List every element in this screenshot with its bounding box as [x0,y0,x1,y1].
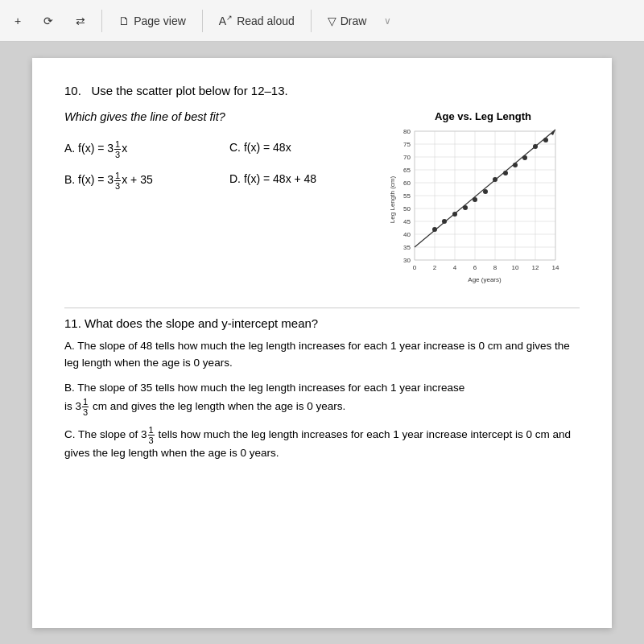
svg-point-51 [513,163,518,167]
q10-number: 10. [64,84,81,97]
q10-title: 10. Use the scatter plot below for 12–13… [64,82,580,99]
svg-text:30: 30 [403,257,411,264]
svg-point-49 [493,177,497,182]
chart-title: Age vs. Leg Length [386,110,580,122]
option-a: A. f(x) = 313x [64,139,205,159]
chart-container: Age vs. Leg Length [386,110,580,288]
back-button[interactable]: ⟳ [37,11,60,31]
q11-c-line1: C. The slope of 3 [64,428,147,440]
option-b: B. f(x) = 313x + 35 [64,171,205,191]
options-grid: A. f(x) = 313x C. f(x) = 48x B. f(x) = 3… [64,139,370,191]
toggle-icon: ⇄ [76,14,85,27]
svg-text:4: 4 [453,264,457,271]
svg-text:80: 80 [403,128,411,135]
svg-text:45: 45 [403,218,411,225]
option-a-text: A. f(x) = 313x [64,142,127,155]
svg-text:35: 35 [403,244,411,251]
question-10: 10. Use the scatter plot below for 12–13… [64,82,580,288]
svg-point-53 [533,144,538,149]
svg-text:0: 0 [413,264,417,271]
document-container: 10. Use the scatter plot below for 12–13… [0,42,644,644]
read-aloud-label: Read aloud [237,14,295,27]
svg-text:65: 65 [403,167,411,174]
draw-button[interactable]: ▽ Draw [321,11,374,31]
svg-text:70: 70 [403,154,411,161]
svg-text:55: 55 [403,192,411,200]
svg-text:Age (years): Age (years) [468,276,502,283]
divider-2 [202,10,203,32]
q11-option-c: C. The slope of 313 tells how much the l… [64,425,580,462]
svg-text:40: 40 [403,231,411,238]
q11-b-line1: B. The slope of 35 tells how much the le… [64,382,464,394]
svg-text:Leg Length (cm): Leg Length (cm) [389,176,396,224]
page-view-button[interactable]: 🗋 Page view [112,11,192,31]
q11-option-a: A. The slope of 48 tells how much the le… [64,338,580,372]
svg-text:10: 10 [512,264,519,271]
svg-point-48 [483,189,488,194]
svg-point-47 [473,197,477,202]
svg-point-43 [432,227,437,232]
divider-3 [311,10,312,32]
svg-point-44 [442,219,447,224]
q11-b-fraction: 13 [82,397,89,417]
q10-content: Which gives the line of best fit? A. f(x… [64,110,580,288]
sub-question-text: Which gives the line of best fit? [64,110,370,123]
option-a-fraction: 13 [114,139,121,159]
svg-text:50: 50 [403,205,411,213]
q11-number: 11. [64,316,81,330]
page-view-label: Page view [134,14,186,27]
q10-left: Which gives the line of best fit? A. f(x… [64,110,370,191]
svg-point-50 [503,171,508,175]
svg-text:6: 6 [473,264,477,271]
add-button[interactable]: + [8,11,27,31]
page-view-icon: 🗋 [118,14,130,27]
option-b-text: B. f(x) = 313x + 35 [64,173,153,186]
svg-text:75: 75 [403,141,411,148]
option-b-fraction: 13 [114,171,121,191]
svg-point-54 [543,138,548,142]
read-aloud-icon: A↗ [219,14,233,27]
svg-text:2: 2 [433,264,437,271]
option-c: C. f(x) = 48x [229,139,370,159]
q11-text: What does the slope and y-intercept mean… [85,316,318,330]
svg-text:8: 8 [493,264,497,271]
draw-label: Draw [341,14,367,27]
q11-c-fraction: 13 [148,425,155,445]
back-icon: ⟳ [43,14,53,27]
svg-point-52 [522,155,527,160]
q11-title: 11. What does the slope and y-intercept … [64,316,580,330]
question-11: 11. What does the slope and y-intercept … [64,316,580,462]
option-d: D. f(x) = 48x + 48 [229,171,370,191]
read-aloud-button[interactable]: A↗ Read aloud [213,10,301,31]
svg-point-45 [452,212,457,217]
plus-icon: + [14,14,21,27]
svg-text:12: 12 [532,264,539,271]
q10-text: Use the scatter plot below for 12–13. [91,84,287,97]
divider [64,308,580,308]
toggle-button[interactable]: ⇄ [69,11,92,31]
q11-option-b: B. The slope of 35 tells how much the le… [64,380,580,417]
document-page: 10. Use the scatter plot below for 12–13… [32,58,612,628]
q11-b-prefix: is 313 [64,400,89,412]
option-c-text: C. f(x) = 48x [229,141,291,154]
option-d-text: D. f(x) = 48x + 48 [229,172,316,185]
scatter-chart: 30 35 40 45 50 55 60 65 70 75 80 0 [386,127,564,288]
svg-text:60: 60 [403,180,411,187]
svg-text:14: 14 [552,264,559,271]
divider-1 [101,10,102,32]
q11-a-text: A. The slope of 48 tells how much the le… [64,340,570,369]
q11-b-line2: cm and gives the leg length when the age… [89,400,345,412]
toolbar: + ⟳ ⇄ 🗋 Page view A↗ Read aloud ▽ Draw ∨ [0,0,644,42]
chevron-down-icon: ∨ [384,15,391,27]
svg-point-46 [463,205,468,210]
draw-icon: ▽ [328,14,336,27]
